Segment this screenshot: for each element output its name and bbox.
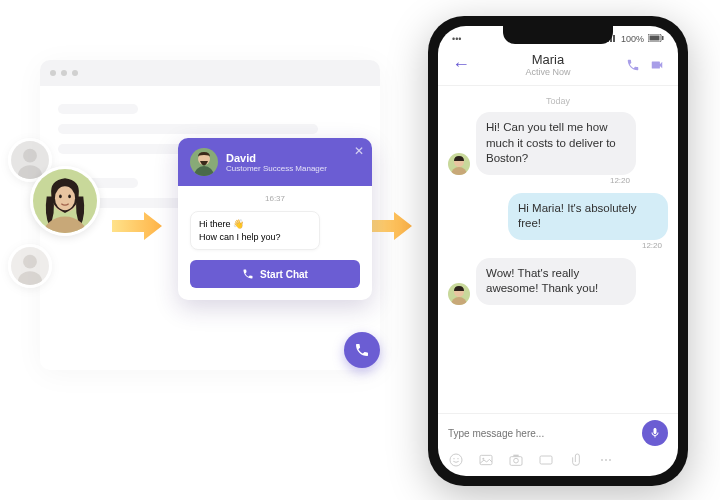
message-text: Wow! That's really awesome! Thank you!	[486, 267, 598, 295]
agent-name: David	[226, 152, 327, 164]
svg-point-31	[482, 458, 484, 460]
message-text: Hi Maria! It's absolutely free!	[518, 202, 637, 230]
battery-text: 100%	[621, 34, 644, 44]
agent-avatar	[190, 148, 218, 176]
contact-status: Active Now	[472, 67, 624, 77]
start-chat-label: Start Chat	[260, 269, 308, 280]
message-time: 12:20	[610, 176, 630, 187]
chat-fab[interactable]	[344, 332, 380, 368]
svg-point-7	[68, 195, 71, 199]
svg-point-37	[605, 459, 607, 461]
camera-icon[interactable]	[508, 452, 524, 468]
svg-rect-35	[540, 456, 552, 464]
browser-titlebar	[40, 60, 380, 86]
avatar-secondary	[8, 244, 52, 288]
call-icon[interactable]	[626, 58, 640, 72]
close-icon[interactable]: ✕	[354, 144, 364, 158]
svg-point-5	[55, 186, 75, 210]
chat-body: Today Hi! Can you tell me how much it co…	[438, 86, 678, 413]
svg-point-33	[514, 458, 519, 463]
message-row: Hi Maria! It's absolutely free! 12:20	[448, 193, 668, 240]
gif-icon[interactable]	[538, 452, 554, 468]
greeting-line2: How can I help you?	[199, 232, 281, 242]
start-chat-button[interactable]: Start Chat	[190, 260, 360, 288]
message-time: 12:20	[642, 241, 662, 252]
mic-button[interactable]	[642, 420, 668, 446]
widget-greeting: Hi there 👋 How can I help you?	[190, 211, 320, 250]
status-left: •••	[452, 34, 461, 44]
avatar	[448, 153, 470, 175]
phone-icon	[242, 268, 254, 280]
message-input[interactable]	[448, 428, 642, 439]
avatar-primary	[30, 166, 100, 236]
message-bubble: Hi Maria! It's absolutely free! 12:20	[508, 193, 668, 240]
message-bubble: Wow! That's really awesome! Thank you!	[476, 258, 636, 305]
svg-point-29	[457, 458, 458, 459]
more-icon[interactable]	[598, 452, 614, 468]
back-button[interactable]: ←	[452, 54, 472, 75]
phone-icon	[354, 342, 370, 358]
svg-point-6	[59, 195, 62, 199]
message-bubble: Hi! Can you tell me how much it costs to…	[476, 112, 636, 175]
svg-rect-20	[662, 36, 664, 40]
chat-header: ← Maria Active Now	[438, 48, 678, 86]
sticker-icon[interactable]	[448, 452, 464, 468]
widget-header: ✕ David Customer Success Manager	[178, 138, 372, 186]
agent-title: Customer Success Manager	[226, 164, 327, 173]
message-row: Wow! That's really awesome! Thank you!	[448, 258, 668, 305]
avatar	[448, 283, 470, 305]
phone-notch	[503, 26, 613, 44]
widget-timestamp: 16:37	[190, 194, 360, 203]
chat-footer	[438, 413, 678, 476]
video-icon[interactable]	[650, 58, 664, 72]
arrow-icon	[110, 208, 164, 244]
svg-point-28	[453, 458, 454, 459]
day-label: Today	[448, 96, 668, 106]
phone-frame: ••• 100% ← Maria Active Now	[428, 16, 688, 486]
svg-point-10	[23, 255, 37, 269]
battery-icon	[648, 34, 664, 44]
mic-icon	[649, 427, 661, 439]
message-row: Hi! Can you tell me how much it costs to…	[448, 112, 668, 175]
svg-point-1	[23, 149, 37, 163]
svg-rect-19	[650, 36, 660, 41]
svg-point-27	[450, 454, 462, 466]
svg-rect-34	[513, 455, 518, 457]
message-text: Hi! Can you tell me how much it costs to…	[486, 121, 616, 164]
toolbar	[448, 446, 668, 468]
svg-point-36	[601, 459, 603, 461]
contact-name: Maria	[472, 52, 624, 67]
greeting-line1: Hi there 👋	[199, 219, 244, 229]
svg-point-38	[609, 459, 611, 461]
attach-icon[interactable]	[568, 452, 584, 468]
chat-widget: ✕ David Customer Success Manager 16:37 H…	[178, 138, 372, 300]
svg-rect-17	[613, 35, 615, 42]
gallery-icon[interactable]	[478, 452, 494, 468]
